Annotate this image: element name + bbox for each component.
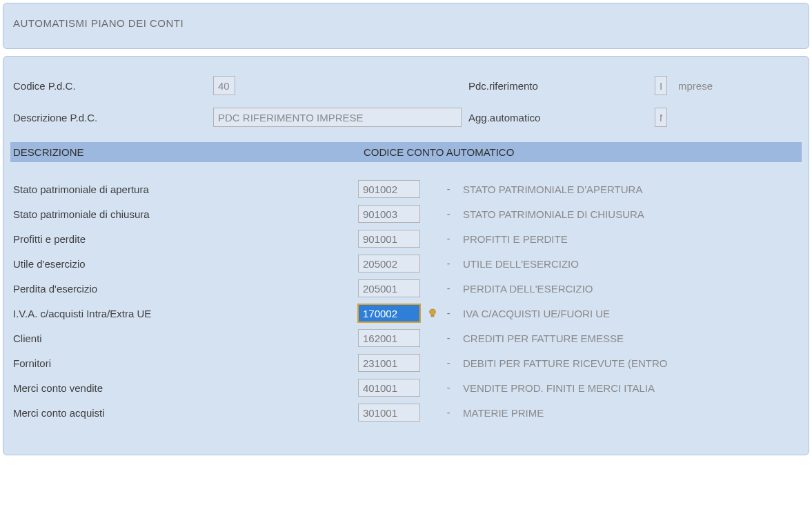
- aggauto-label: Agg.automatico: [468, 112, 655, 123]
- row-long-description: STATO PATRIMONIALE DI CHIUSURA: [455, 208, 799, 220]
- row-long-description: MATERIE PRIME: [455, 407, 799, 419]
- separator-dash: -: [442, 333, 455, 344]
- header-form: Codice P.d.C. Pdc.riferimento mprese Des…: [13, 69, 799, 137]
- table-header: DESCRIZIONE CODICE CONTO AUTOMATICO: [10, 142, 802, 162]
- row-description: Stato patrimoniale di apertura: [13, 184, 358, 195]
- account-code-input[interactable]: [358, 255, 420, 273]
- main-panel: Codice P.d.C. Pdc.riferimento mprese Des…: [3, 56, 809, 455]
- account-code-input[interactable]: [358, 329, 420, 347]
- col-header-codice: CODICE CONTO AUTOMATICO: [364, 146, 799, 158]
- separator-dash: -: [442, 407, 455, 418]
- table-row: Merci conto acquisti-MATERIE PRIME: [13, 404, 799, 422]
- account-code-input[interactable]: [358, 180, 420, 198]
- row-description: Utile d'esercizio: [13, 258, 358, 270]
- table-row: Clienti-CREDITI PER FATTURE EMESSE: [13, 329, 799, 347]
- row-description: Perdita d'esercizio: [13, 283, 358, 295]
- table-row: Perdita d'esercizio-PERDITA DELL'ESERCIZ…: [13, 279, 799, 297]
- aggauto-input[interactable]: [655, 108, 667, 127]
- row-description: Merci conto acquisti: [13, 407, 358, 419]
- account-code-input[interactable]: [358, 404, 420, 422]
- descrizione-pdc-input[interactable]: [213, 108, 462, 127]
- table-row: Fornitori-DEBITI PER FATTURE RICEVUTE (E…: [13, 354, 799, 372]
- account-code-input[interactable]: [358, 230, 420, 248]
- table-row: Profitti e perdite-PROFITTI E PERDITE: [13, 230, 799, 248]
- row-long-description: VENDITE PROD. FINITI E MERCI ITALIA: [455, 382, 799, 394]
- codice-pdc-input[interactable]: [213, 76, 235, 95]
- separator-dash: -: [442, 184, 455, 195]
- codice-pdc-label: Codice P.d.C.: [13, 80, 213, 92]
- separator-dash: -: [442, 258, 455, 269]
- row-long-description: IVA C/ACQUISTI UE/FUORI UE: [455, 308, 799, 319]
- row-long-description: PROFITTI E PERDITE: [455, 233, 799, 245]
- row-long-description: STATO PATRIMONIALE D'APERTURA: [455, 184, 799, 195]
- table-row: I.V.A. c/acquisti Intra/Extra UE-IVA C/A…: [13, 304, 799, 322]
- account-code-input[interactable]: [358, 354, 420, 372]
- account-code-input[interactable]: [358, 304, 420, 322]
- table-row: Stato patrimoniale di chiusura-STATO PAT…: [13, 205, 799, 223]
- row-description: Clienti: [13, 333, 358, 344]
- page-title: AUTOMATISMI PIANO DEI CONTI: [13, 17, 799, 29]
- pdcrif-code-input[interactable]: [655, 76, 667, 95]
- row-description: I.V.A. c/acquisti Intra/Extra UE: [13, 308, 358, 319]
- row-long-description: UTILE DELL'ESERCIZIO: [455, 258, 799, 270]
- separator-dash: -: [442, 233, 455, 244]
- row-long-description: DEBITI PER FATTURE RICEVUTE (ENTRO: [455, 357, 799, 369]
- account-code-input[interactable]: [358, 205, 420, 223]
- row-long-description: PERDITA DELL'ESERCIZIO: [455, 283, 799, 295]
- table-row: Stato patrimoniale di apertura-STATO PAT…: [13, 180, 799, 198]
- row-long-description: CREDITI PER FATTURE EMESSE: [455, 333, 799, 344]
- separator-dash: -: [442, 382, 455, 393]
- separator-dash: -: [442, 208, 455, 219]
- descrizione-pdc-label: Descrizione P.d.C.: [13, 112, 213, 123]
- title-panel: AUTOMATISMI PIANO DEI CONTI: [3, 3, 809, 49]
- row-description: Stato patrimoniale di chiusura: [13, 208, 358, 220]
- account-code-input[interactable]: [358, 379, 420, 397]
- separator-dash: -: [442, 308, 455, 319]
- row-description: Merci conto vendite: [13, 382, 358, 394]
- rows-container: Stato patrimoniale di apertura-STATO PAT…: [13, 180, 799, 442]
- table-row: Merci conto vendite-VENDITE PROD. FINITI…: [13, 379, 799, 397]
- separator-dash: -: [442, 357, 455, 368]
- row-description: Fornitori: [13, 357, 358, 369]
- table-row: Utile d'esercizio-UTILE DELL'ESERCIZIO: [13, 255, 799, 273]
- pdcrif-text: mprese: [675, 80, 799, 92]
- account-code-input[interactable]: [358, 279, 420, 297]
- pdcrif-label: Pdc.riferimento: [468, 80, 655, 92]
- col-header-descrizione: DESCRIZIONE: [13, 146, 364, 158]
- lightbulb-icon[interactable]: [427, 308, 438, 319]
- separator-dash: -: [442, 283, 455, 294]
- row-description: Profitti e perdite: [13, 233, 358, 245]
